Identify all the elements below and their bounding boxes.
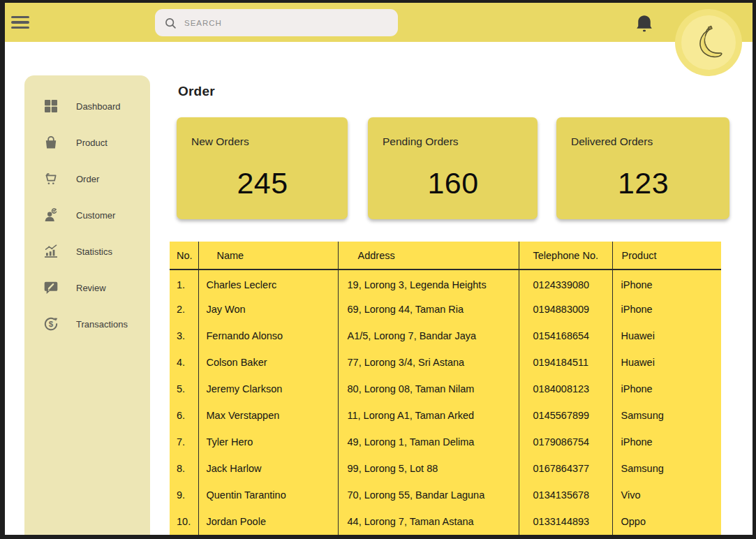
table-row: 3.Fernando AlonsoA1/5, Lorong 7, Bandar … [170, 323, 721, 349]
table-row: 8.Jack Harlow99, Lorong 5, Lot 880167864… [170, 455, 721, 482]
table-cell: iPhone [612, 376, 721, 402]
table-cell: 0194184511 [519, 349, 612, 376]
table-cell: 10. [170, 508, 198, 535]
table-cell: 0184008123 [519, 376, 612, 402]
sidebar-item-label: Review [76, 283, 106, 293]
sidebar-item-statistics[interactable]: Statistics [24, 233, 150, 270]
statistics-chart-icon [42, 242, 60, 260]
sidebar-item-product[interactable]: Product [24, 124, 150, 161]
table-cell: 80, Lorong 08, Taman Nilam [338, 376, 519, 402]
column-header: Address [338, 242, 519, 270]
column-header: Telephone No. [519, 242, 612, 270]
table-row: 7.Tyler Hero49, Lorong 1, Taman Delima01… [170, 429, 721, 455]
table-cell: 0124339080 [519, 270, 612, 296]
dashboard-grid-icon [42, 97, 60, 115]
table-cell: 7. [170, 429, 198, 455]
page-title: Order [178, 84, 215, 99]
card-new-orders: New Orders 245 [177, 117, 348, 219]
order-cart-icon [42, 170, 60, 188]
card-pending-orders: Pending Orders 160 [368, 117, 538, 219]
table-cell: 3. [170, 323, 198, 349]
table-cell: Charles Leclerc [198, 270, 338, 296]
table-cell: Colson Baker [198, 349, 338, 376]
card-label: New Orders [191, 135, 334, 148]
table-cell: 0133144893 [519, 508, 612, 535]
column-header: Product [612, 242, 721, 270]
user-avatar[interactable] [675, 9, 742, 76]
table-cell: iPhone [612, 429, 721, 455]
sidebar-item-label: Customer [76, 210, 115, 221]
table-cell: 0145567899 [519, 402, 612, 429]
table-cell: Huawei [612, 349, 721, 376]
table-cell: 0179086754 [519, 429, 612, 455]
orders-table: No.NameAddressTelephone No.Product 1.Cha… [170, 242, 721, 535]
table-cell: 1. [170, 270, 198, 296]
table-cell: Huawei [612, 323, 721, 349]
table-cell: 0167864377 [519, 455, 612, 482]
sidebar-item-label: Transactions [76, 319, 128, 330]
banana-icon [688, 22, 729, 63]
table-cell: Samsung [612, 402, 721, 429]
sidebar-item-dashboard[interactable]: Dashboard [24, 88, 150, 124]
table-cell: 8. [170, 455, 198, 482]
table-cell: 0134135678 [519, 482, 612, 508]
table-cell: 5. [170, 376, 198, 402]
review-pen-icon [42, 279, 60, 297]
sidebar-item-label: Order [76, 174, 99, 184]
table-cell: A1/5, Lorong 7, Bandar Jaya [338, 323, 519, 349]
transactions-dollar-icon: $ [42, 315, 60, 333]
card-label: Pending Orders [383, 135, 524, 148]
card-label: Delivered Orders [571, 135, 716, 148]
hamburger-menu-icon[interactable] [11, 16, 29, 29]
table-row: 5.Jeremy Clarkson80, Lorong 08, Taman Ni… [170, 376, 721, 402]
table-row: 6.Max Verstappen11, Lorong A1, Taman Ark… [170, 402, 721, 429]
table-cell: 70, Lorong 55, Bandar Laguna [338, 482, 519, 508]
table-cell: 2. [170, 296, 198, 323]
table-cell: 99, Lorong 5, Lot 88 [338, 455, 519, 482]
table-cell: 44, Lorong 7, Taman Astana [338, 508, 519, 535]
table-cell: Samsung [612, 455, 721, 482]
table-cell: Oppo [612, 508, 721, 535]
table-cell: 4. [170, 349, 198, 376]
table-cell: Jack Harlow [198, 455, 338, 482]
table-cell: Jeremy Clarkson [198, 376, 338, 402]
search-input[interactable] [184, 19, 390, 27]
table-cell: iPhone [612, 296, 721, 323]
table-cell: 77, Lorong 3/4, Sri Astana [338, 349, 519, 376]
table-cell: 49, Lorong 1, Taman Delima [338, 429, 519, 455]
card-value: 123 [571, 166, 716, 200]
sidebar-item-customer[interactable]: Customer [24, 197, 150, 233]
table-cell: Tyler Hero [198, 429, 338, 455]
sidebar-item-label: Product [76, 138, 108, 148]
table-cell: Jordan Poole [198, 508, 338, 535]
topbar [0, 0, 756, 42]
table-cell: 9. [170, 482, 198, 508]
bell-icon[interactable] [634, 13, 655, 34]
sidebar-item-label: Dashboard [76, 101, 121, 112]
sidebar-item-transactions[interactable]: $Transactions [24, 306, 150, 342]
card-value: 245 [191, 166, 334, 200]
table-row: 9.Quentin Tarantino70, Lorong 55, Bandar… [170, 482, 721, 508]
table-cell: Fernando Alonso [198, 323, 338, 349]
column-header: Name [198, 242, 338, 270]
search-bar[interactable] [155, 9, 398, 36]
search-icon [163, 16, 177, 30]
sidebar-item-order[interactable]: Order [24, 161, 150, 197]
sidebar-item-label: Statistics [76, 246, 112, 257]
card-delivered-orders: Delivered Orders 123 [556, 117, 729, 219]
column-header: No. [170, 242, 198, 270]
table-row: 10.Jordan Poole44, Lorong 7, Taman Astan… [170, 508, 721, 535]
sidebar: DashboardProductOrderCustomerStatisticsR… [24, 75, 150, 539]
table-cell: Quentin Tarantino [198, 482, 338, 508]
table-row: 4.Colson Baker77, Lorong 3/4, Sri Astana… [170, 349, 721, 376]
table-cell: iPhone [612, 270, 721, 296]
svg-text:$: $ [49, 320, 54, 328]
table-cell: Vivo [612, 482, 721, 508]
sidebar-menu: DashboardProductOrderCustomerStatisticsR… [24, 88, 150, 342]
table-row: 2.Jay Won69, Lorong 44, Taman Ria0194883… [170, 296, 721, 323]
table-cell: 0194883009 [519, 296, 612, 323]
sidebar-item-review[interactable]: Review [24, 270, 150, 306]
table-cell: 6. [170, 402, 198, 429]
table-cell: 0154168654 [519, 323, 612, 349]
table-cell: Max Verstappen [198, 402, 338, 429]
